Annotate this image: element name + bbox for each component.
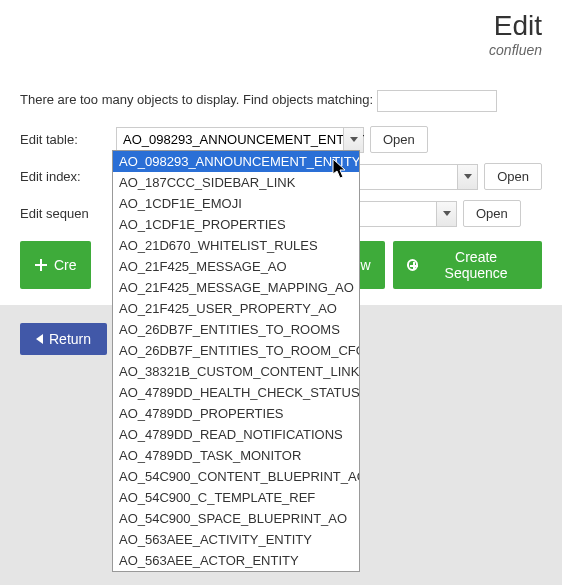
create-button[interactable]: Cre — [20, 241, 91, 289]
chevron-down-icon — [436, 202, 456, 226]
open-sequence-button[interactable]: Open — [463, 200, 521, 227]
plus-icon — [34, 258, 48, 272]
edit-table-row: Edit table: AO_098293_ANNOUNCEMENT_ENTIT… — [20, 126, 542, 153]
chevron-down-icon — [457, 165, 477, 189]
edit-table-label: Edit table: — [20, 132, 110, 147]
dropdown-option[interactable]: AO_563AEE_ACTIVITY_ENTITY — [113, 529, 359, 550]
table-select[interactable]: AO_098293_ANNOUNCEMENT_ENTITY — [116, 127, 364, 153]
dropdown-option[interactable]: AO_4789DD_PROPERTIES — [113, 403, 359, 424]
filter-message: There are too many objects to display. F… — [20, 92, 373, 107]
dropdown-option[interactable]: AO_21D670_WHITELIST_RULES — [113, 235, 359, 256]
create-sequence-label: Create Sequence — [424, 249, 528, 281]
create-button-label: Cre — [54, 257, 77, 273]
chevron-down-icon — [343, 128, 363, 152]
arrow-left-icon — [36, 334, 43, 344]
open-index-button[interactable]: Open — [484, 163, 542, 190]
table-dropdown-list[interactable]: AO_098293_ANNOUNCEMENT_ENTITYAO_187CCC_S… — [112, 150, 360, 572]
dropdown-option[interactable]: AO_54C900_C_TEMPLATE_REF — [113, 487, 359, 508]
edit-index-label: Edit index: — [20, 169, 98, 184]
create-sequence-button[interactable]: Create Sequence — [393, 241, 542, 289]
dropdown-option[interactable]: AO_4789DD_HEALTH_CHECK_STATUS — [113, 382, 359, 403]
page-header: Edit confluen — [489, 0, 562, 58]
dropdown-option[interactable]: AO_38321B_CUSTOM_CONTENT_LINK — [113, 361, 359, 382]
dropdown-option[interactable]: AO_26DB7F_ENTITIES_TO_ROOM_CFG — [113, 340, 359, 361]
dropdown-option[interactable]: AO_21F425_USER_PROPERTY_AO — [113, 298, 359, 319]
dropdown-option[interactable]: AO_563AEE_ACTOR_ENTITY — [113, 550, 359, 571]
filter-input[interactable] — [377, 90, 497, 112]
edit-sequence-label: Edit sequen — [20, 206, 110, 221]
dropdown-option[interactable]: AO_098293_ANNOUNCEMENT_ENTITY — [113, 151, 359, 172]
dropdown-option[interactable]: AO_1CDF1E_PROPERTIES — [113, 214, 359, 235]
dropdown-option[interactable]: AO_26DB7F_ENTITIES_TO_ROOMS — [113, 319, 359, 340]
return-button[interactable]: Return — [20, 323, 107, 355]
dropdown-option[interactable]: AO_1CDF1E_EMOJI — [113, 193, 359, 214]
page-title: Edit — [489, 10, 542, 42]
dropdown-option[interactable]: AO_21F425_MESSAGE_AO — [113, 256, 359, 277]
dropdown-option[interactable]: AO_54C900_CONTENT_BLUEPRINT_AO — [113, 466, 359, 487]
dropdown-option[interactable]: AO_54C900_SPACE_BLUEPRINT_AO — [113, 508, 359, 529]
dropdown-option[interactable]: AO_187CCC_SIDEBAR_LINK — [113, 172, 359, 193]
return-button-label: Return — [49, 331, 91, 347]
dropdown-option[interactable]: AO_21F425_MESSAGE_MAPPING_AO — [113, 277, 359, 298]
filter-row: There are too many objects to display. F… — [20, 90, 542, 112]
open-table-button[interactable]: Open — [370, 126, 428, 153]
plus-circle-icon — [407, 259, 419, 271]
dropdown-option[interactable]: AO_4789DD_TASK_MONITOR — [113, 445, 359, 466]
page-subtitle: confluen — [489, 42, 542, 58]
table-select-value: AO_098293_ANNOUNCEMENT_ENTITY — [123, 132, 364, 147]
dropdown-option[interactable]: AO_4789DD_READ_NOTIFICATIONS — [113, 424, 359, 445]
